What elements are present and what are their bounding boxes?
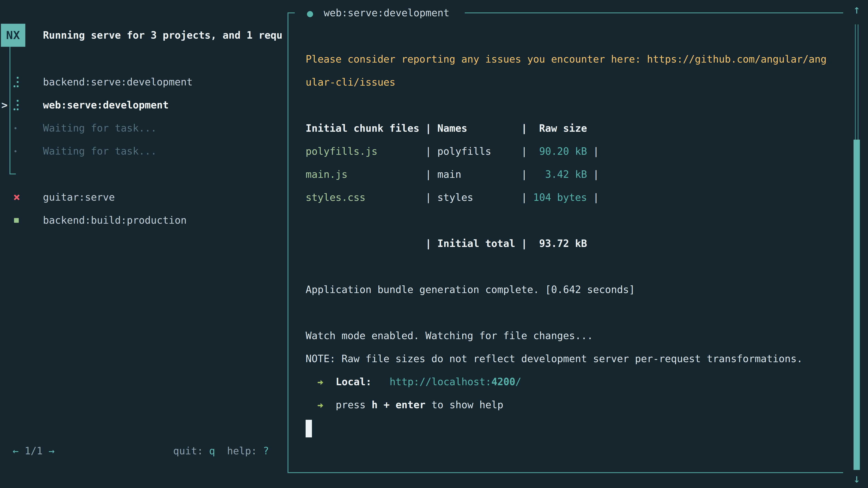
terminal-cursor xyxy=(306,420,312,437)
task-label: web:serve:development xyxy=(43,94,168,117)
task-label: backend:serve:development xyxy=(43,70,193,94)
terminal-text: | xyxy=(587,192,599,203)
task-status-icon-slot xyxy=(13,94,23,117)
terminal-text: Application bundle generation complete. … xyxy=(306,284,635,295)
terminal-text: Initial chunk files | Names | Raw size xyxy=(306,123,587,134)
terminal-text: press xyxy=(336,399,372,411)
scrollbar-thumb[interactable] xyxy=(854,140,860,470)
terminal-text: NOTE: Raw file sizes do not reflect deve… xyxy=(306,353,803,364)
terminal-text: styles xyxy=(437,192,473,203)
task-row-waiting-for-task-[interactable]: Waiting for task... xyxy=(0,117,287,140)
terminal-line: press h + enter to show help xyxy=(306,393,857,416)
terminal-text: polyfills.js xyxy=(306,145,377,157)
terminal-line xyxy=(306,301,857,324)
terminal-text: | xyxy=(473,192,533,203)
arrow-right-icon xyxy=(318,400,324,411)
scrollbar-up-arrow[interactable]: ↑ xyxy=(849,3,864,16)
task-status-icon-slot xyxy=(13,186,23,209)
terminal-text: | xyxy=(491,145,533,157)
failed-x-icon xyxy=(13,194,20,200)
terminal-line: Please consider reporting any issues you… xyxy=(306,48,857,71)
terminal-line xyxy=(306,94,857,117)
task-label: Waiting for task... xyxy=(43,140,157,163)
terminal-text: / xyxy=(515,376,522,387)
scrollbar-track[interactable] xyxy=(858,24,859,140)
terminal-text: | Initial total | 93.72 kB xyxy=(306,238,587,249)
task-status-icon-slot xyxy=(13,70,23,94)
terminal-text: to show help xyxy=(426,399,503,411)
sidebar: NX Running serve for 3 projects, and 1 r… xyxy=(0,0,287,488)
terminal-text: main.js xyxy=(306,168,347,180)
terminal-line: Local: http://localhost:4200/ xyxy=(306,370,857,393)
sidebar-status-bar: ← 1/1 → quit: q help: ? xyxy=(0,440,287,462)
spinner-icon xyxy=(13,100,20,111)
terminal-line: ular-cli/issues xyxy=(306,71,857,94)
task-label: guitar:serve xyxy=(43,186,115,209)
task-status-icon-slot xyxy=(13,140,23,163)
pagination-page-label: 1/1 xyxy=(19,445,49,457)
terminal-text: polyfills xyxy=(437,145,491,157)
keyboard-shortcuts: quit: q help: ? xyxy=(173,440,269,462)
terminal-text: 90.20 kB xyxy=(533,145,587,157)
terminal-line xyxy=(306,209,857,232)
terminal-text: | xyxy=(347,168,437,180)
arrow-right-icon xyxy=(318,378,324,387)
terminal-line: Initial chunk files | Names | Raw size xyxy=(306,117,857,140)
task-label: backend:build:production xyxy=(43,209,187,232)
terminal-line: Application bundle generation complete. … xyxy=(306,278,857,301)
terminal-text xyxy=(306,376,318,387)
terminal-text: Please consider reporting any issues you… xyxy=(306,53,827,65)
terminal-line: NOTE: Raw file sizes do not reflect deve… xyxy=(306,347,857,370)
terminal-line: Watch mode enabled. Watching for file ch… xyxy=(306,324,857,347)
pagination: ← 1/1 → xyxy=(13,440,55,462)
panel-border-left xyxy=(287,12,288,473)
task-status-icon-slot xyxy=(13,117,23,140)
terminal-line: polyfills.js | polyfills | 90.20 kB | xyxy=(306,140,857,163)
quit-shortcut-key: q xyxy=(209,445,215,457)
terminal-text: | xyxy=(461,168,533,180)
terminal-line xyxy=(306,255,857,278)
task-row-backend-serve-development[interactable]: backend:serve:development xyxy=(0,70,287,94)
panel-border-top-stub xyxy=(287,12,295,13)
panel-header: web:serve:development xyxy=(303,1,506,24)
terminal-text xyxy=(306,399,318,411)
pagination-next-arrow[interactable]: → xyxy=(49,445,55,457)
help-shortcut-key: ? xyxy=(263,445,269,457)
terminal-text: 104 bytes xyxy=(533,192,587,203)
task-row-waiting-for-task-[interactable]: Waiting for task... xyxy=(0,140,287,163)
terminal-text: h + enter xyxy=(372,399,426,411)
task-row-backend-build-production[interactable]: backend:build:production xyxy=(0,209,287,232)
help-shortcut-label: help: xyxy=(227,445,257,457)
terminal-text: ular-cli/issues xyxy=(306,76,395,88)
task-status-icon-slot xyxy=(13,209,23,232)
terminal-text: | xyxy=(587,168,599,180)
waiting-dot-icon xyxy=(14,150,17,152)
terminal-text: Watch mode enabled. Watching for file ch… xyxy=(306,330,593,341)
terminal-text: | xyxy=(587,145,599,157)
task-row-web-serve-development[interactable]: >web:serve:development xyxy=(0,94,287,117)
waiting-dot-icon xyxy=(14,127,17,129)
terminal-text: 4200 xyxy=(491,376,515,387)
panel-border-bottom xyxy=(287,472,843,473)
running-status-dot-icon xyxy=(307,11,313,17)
terminal-text: | xyxy=(366,192,437,203)
panel-title: web:serve:development xyxy=(324,1,450,24)
panel-border-top xyxy=(465,12,843,13)
scrollbar-track[interactable] xyxy=(855,24,856,140)
terminal-text xyxy=(324,399,336,411)
scrollbar: ↑ ↓ xyxy=(849,0,864,488)
selected-task-chevron-icon: > xyxy=(1,94,8,117)
quit-shortcut-label: quit: xyxy=(173,445,203,457)
terminal-text: main xyxy=(437,168,461,180)
task-row-guitar-serve[interactable]: guitar:serve xyxy=(0,186,287,209)
scrollbar-down-arrow[interactable]: ↓ xyxy=(849,472,864,485)
spacer xyxy=(257,445,263,457)
terminal-text: http://localhost: xyxy=(390,376,491,387)
spacer xyxy=(203,445,209,457)
task-label: Waiting for task... xyxy=(43,117,157,140)
pagination-prev-arrow[interactable]: ← xyxy=(13,445,19,457)
nx-tui-screen: NX Running serve for 3 projects, and 1 r… xyxy=(0,0,868,488)
terminal-text: styles.css xyxy=(306,192,366,203)
terminal-line: main.js | main | 3.42 kB | xyxy=(306,163,857,186)
terminal-line: styles.css | styles | 104 bytes | xyxy=(306,186,857,209)
